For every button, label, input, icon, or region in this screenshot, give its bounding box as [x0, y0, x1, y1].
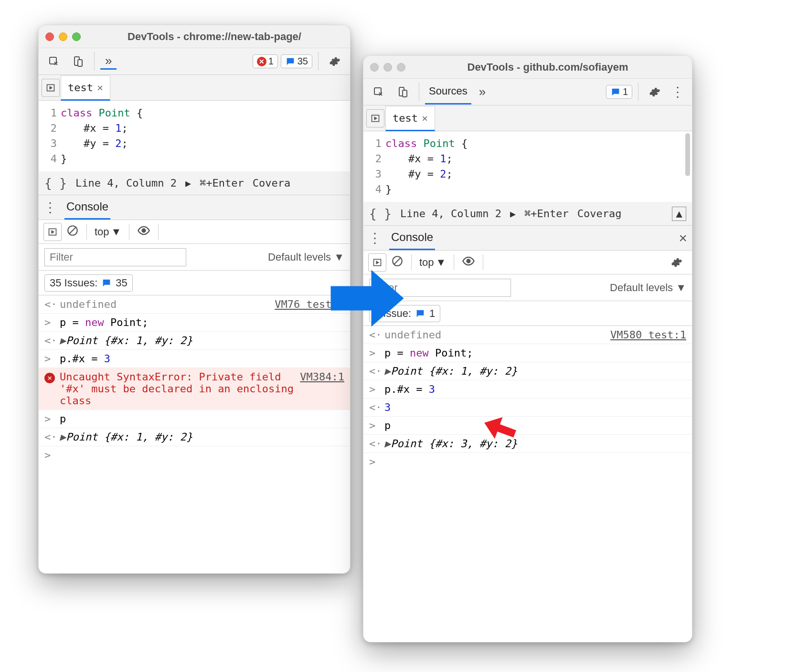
clear-console-icon[interactable] [66, 224, 79, 240]
window-minimize-icon[interactable] [383, 63, 392, 72]
code-editor[interactable]: 1 2 3 4 class Point { #x = 1; #y = 2; } [39, 101, 350, 171]
toggle-sidebar-icon[interactable] [43, 223, 62, 241]
scrollbar[interactable] [685, 133, 690, 176]
log-text: p [60, 413, 344, 425]
run-icon[interactable]: ▶ [185, 178, 191, 189]
input-arrow-icon: > [369, 420, 380, 431]
log-text: new [85, 316, 104, 328]
code-editor[interactable]: 1 2 3 4 class Point { #x = 1; #y = 2; } [363, 131, 692, 202]
expand-icon[interactable]: ▶ [60, 431, 66, 443]
log-row[interactable]: > p.#x = 3 [39, 350, 350, 368]
inspect-element-icon[interactable] [368, 83, 389, 102]
drawer-menu-icon[interactable]: ⋮ [368, 230, 383, 246]
pretty-print-icon[interactable]: { } [44, 176, 67, 190]
error-badge[interactable]: ✕ 1 [253, 54, 278, 68]
console-prompt[interactable]: > [39, 446, 350, 464]
close-tab-icon[interactable]: × [97, 82, 103, 94]
messages-badge[interactable]: 35 [281, 54, 312, 68]
log-row[interactable]: <· ▶Point {#x: 3, #y: 2} [363, 435, 692, 453]
log-levels-selector[interactable]: Default levels ▼ [610, 282, 686, 294]
expand-icon[interactable]: ▶ [384, 438, 391, 450]
svg-point-13 [467, 259, 470, 262]
collapse-icon[interactable]: ▲ [672, 207, 686, 221]
log-row[interactable]: > p [363, 417, 692, 435]
pretty-print-icon[interactable]: { } [369, 207, 392, 221]
console-prompt[interactable]: > [363, 453, 692, 471]
device-toolbar-icon[interactable] [392, 83, 413, 102]
editor-tab-test[interactable]: test × [61, 75, 110, 101]
run-icon[interactable]: ▶ [510, 208, 516, 220]
filter-input[interactable] [44, 248, 186, 266]
more-menu-icon[interactable]: ⋮ [668, 84, 687, 100]
console-tab[interactable]: Console [389, 226, 435, 250]
titlebar[interactable]: DevTools - chrome://new-tab-page/ [39, 25, 350, 48]
log-row[interactable]: <· undefined VM76 test:1 [39, 295, 350, 314]
log-row[interactable]: <· ▶Point {#x: 1, #y: 2} [39, 332, 350, 350]
log-row[interactable]: > p = new Point; [363, 344, 692, 362]
devtools-window-before: DevTools - chrome://new-tab-page/ » ✕ 1 … [38, 25, 351, 574]
expand-icon[interactable]: ▶ [60, 335, 66, 346]
log-row[interactable]: > p = new Point; [39, 314, 350, 332]
result-arrow-icon: <· [44, 431, 55, 443]
expand-icon[interactable]: ▶ [384, 365, 391, 377]
coverage-tab[interactable]: Covera [253, 177, 290, 189]
window-close-icon[interactable] [45, 32, 54, 41]
messages-badge[interactable]: 1 [606, 85, 632, 99]
device-toolbar-icon[interactable] [67, 52, 88, 71]
toggle-navigator-icon[interactable] [42, 79, 60, 97]
error-icon: ✕ [44, 373, 55, 383]
log-row[interactable]: <· ▶Point {#x: 1, #y: 2} [39, 428, 350, 446]
window-minimize-icon[interactable] [59, 32, 67, 41]
titlebar[interactable]: DevTools - github.com/sofiayem [363, 56, 692, 79]
separator [411, 254, 412, 270]
main-toolbar: Sources » 1 ⋮ [363, 79, 692, 105]
code-token: 1 [440, 153, 446, 165]
log-row[interactable]: <· undefined VM580 test:1 [363, 326, 692, 344]
log-row[interactable]: <· ▶Point {#x: 1, #y: 2} [363, 362, 692, 380]
code-body[interactable]: class Point { #x = 1; #y = 2; } [385, 134, 692, 199]
context-selector[interactable]: top ▼ [419, 256, 446, 269]
log-row[interactable]: <· 3 [363, 399, 692, 417]
toggle-navigator-icon[interactable] [366, 109, 384, 127]
console-tab[interactable]: Console [64, 195, 110, 220]
log-row[interactable]: > p.#x = 3 [363, 380, 692, 399]
live-expression-icon[interactable] [462, 254, 475, 271]
close-tab-icon[interactable]: × [422, 112, 428, 124]
window-close-icon[interactable] [370, 63, 379, 72]
log-text: Uncaught SyntaxError: Private field '#x'… [60, 371, 295, 407]
transition-arrow-icon [327, 258, 408, 339]
result-arrow-icon: <· [44, 298, 55, 310]
console-settings-gear-icon[interactable] [666, 253, 687, 272]
log-row[interactable]: > p [39, 410, 350, 428]
svg-rect-2 [78, 60, 82, 66]
code-body[interactable]: class Point { #x = 1; #y = 2; } [61, 104, 350, 168]
messages-count: 35 [298, 56, 308, 67]
settings-gear-icon[interactable] [644, 83, 665, 102]
log-source-link[interactable]: VM384:1 [300, 371, 344, 383]
editor-tab-test[interactable]: test × [385, 106, 435, 131]
settings-gear-icon[interactable] [324, 52, 345, 71]
cursor-position: Line 4, Column 2 [400, 208, 501, 220]
editor-statusbar: { } Line 4, Column 2 ▶ ⌘+Enter Coverag ▲ [363, 202, 692, 226]
line-number: 1 [363, 136, 382, 151]
log-row-error[interactable]: ✕ Uncaught SyntaxError: Private field '#… [39, 368, 350, 410]
issues-button[interactable]: 35 Issues: 35 [44, 274, 133, 292]
close-drawer-icon[interactable]: × [679, 230, 687, 246]
live-expression-icon[interactable] [137, 224, 150, 240]
window-maximize-icon[interactable] [72, 32, 81, 41]
result-arrow-icon: <· [369, 365, 380, 377]
coverage-tab[interactable]: Coverag [577, 208, 622, 220]
input-arrow-icon: > [44, 413, 55, 425]
code-token: class [61, 107, 92, 119]
inspect-element-icon[interactable] [43, 52, 64, 71]
more-tabs-icon[interactable]: » [474, 84, 490, 99]
issues-count: 1 [429, 307, 435, 320]
console-toolbar: top ▼ [39, 220, 350, 244]
window-maximize-icon[interactable] [397, 63, 405, 72]
panel-tab-sources[interactable]: Sources [425, 79, 471, 105]
more-tabs-icon[interactable]: » [100, 53, 117, 70]
context-selector[interactable]: top ▼ [95, 226, 121, 238]
log-text: 3 [384, 401, 686, 413]
drawer-menu-icon[interactable]: ⋮ [43, 200, 58, 215]
log-source-link[interactable]: VM580 test:1 [610, 329, 686, 341]
